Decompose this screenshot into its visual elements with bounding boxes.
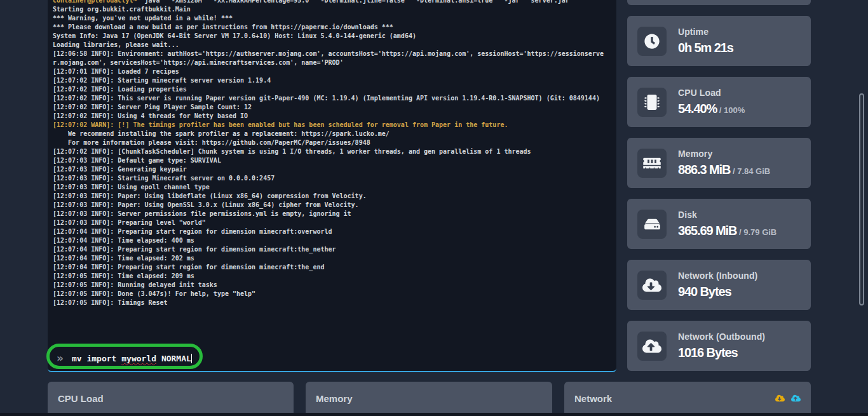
console-line: [12:07:05 INFO]: Timings Reset (53, 299, 611, 307)
command-text-after: NORMAL (156, 354, 191, 363)
console-line-segment: [12:07:03 INFO]: Paper: Using libdeflate… (53, 192, 367, 199)
console-line: We recommend installing the spark profil… (53, 130, 611, 138)
memory-icon (637, 149, 667, 178)
stat-label: Network (Inbound) (678, 270, 757, 281)
stat-suffix: / 9.79 GiB (736, 227, 776, 237)
console-line: [12:07:02 INFO]: Using 4 threads for Net… (53, 112, 611, 121)
stat-suffix: / 7.84 GiB (730, 166, 770, 176)
console-line: [12:07:02 INFO]: Server Ping Player Samp… (53, 103, 611, 112)
console-line: Loading libraries, please wait... (53, 41, 611, 50)
chart-card-network: Network (564, 382, 811, 416)
console-line: [12:07:03 INFO]: Default game type: SURV… (53, 156, 611, 165)
console-line-segment: [12:07:02 INFO]: Using 4 threads for Net… (53, 112, 248, 119)
cloud-upload-icon (791, 394, 801, 402)
console-line: [12:07:02 WARN]: [!] The timings profile… (53, 121, 611, 130)
console-line: [12:07:03 INFO]: Using epoll channel typ… (53, 183, 611, 192)
stat-label: Disk (678, 209, 776, 220)
console-line-segment: We recommend installing the spark profil… (53, 130, 390, 137)
command-text-before: mv import (72, 354, 121, 363)
console-line: [12:07:04 INFO]: Preparing start region … (53, 263, 611, 272)
console-line: Starting org.bukkit.craftbukkit.Main (53, 5, 611, 14)
cloud-download-icon (637, 271, 667, 300)
page-scrollbar-thumb[interactable] (859, 93, 864, 305)
console-line: [12:07:02 INFO]: Starting minecraft serv… (53, 76, 611, 85)
console-line-segment: [12:07:01 INFO]: Loaded 7 recipes (53, 68, 179, 75)
console-line-segment: [12:07:04 INFO]: Preparing start region … (53, 228, 332, 235)
console-line-segment: Starting org.bukkit.craftbukkit.Main (53, 6, 191, 13)
console-line-segment: [12:07:03 INFO]: Server permissions file… (53, 210, 351, 217)
console-line: *** Warning, you've not updated in a whi… (53, 14, 611, 23)
console-line-segment: System Info: Java 17 (OpenJDK 64-Bit Ser… (53, 32, 416, 39)
chart-card-memory: Memory (306, 382, 552, 416)
console-line: [12:07:03 INFO]: Preparing level "world" (53, 218, 611, 227)
console-line: [12:07:03 INFO]: Generating keypair (53, 165, 611, 174)
console-line: [12:07:05 INFO]: Time elapsed: 209 ms (53, 272, 611, 281)
console-line: [12:07:04 INFO]: Preparing start region … (53, 227, 611, 236)
clock-icon (637, 27, 667, 56)
console-line-segment: [12:07:03 INFO]: Default game type: SURV… (53, 157, 221, 164)
console-terminal: container@pterodactyl~ java -Xms128M -XX… (48, 0, 616, 372)
stat-suffix: / 100% (717, 105, 745, 115)
console-line-segment: [12:07:05 INFO]: Done (3.047s)! For help… (53, 290, 255, 297)
command-text: mv import myworld NORMAL (72, 354, 191, 363)
console-line: [12:07:03 INFO]: Server permissions file… (53, 210, 611, 218)
stat-label: CPU Load (678, 87, 745, 98)
stat-value: 940 Bytes (678, 285, 731, 299)
stat-card-partial-top (627, 0, 811, 5)
stat-value: 886.3 MiB (678, 163, 730, 177)
console-line-segment: [12:07:02 INFO]: Server Ping Player Samp… (53, 104, 252, 111)
console-line-segment: For more information please visit: https… (53, 139, 370, 146)
stat-value: 54.40% (678, 102, 717, 116)
console-line-segment: [12:07:04 INFO]: Time elapsed: 202 ms (53, 255, 194, 262)
stat-label: Uptime (678, 26, 733, 37)
console-output[interactable]: container@pterodactyl~ java -Xms128M -XX… (53, 0, 611, 307)
console-line: [12:07:03 INFO]: Starting Minecraft serv… (53, 174, 611, 183)
console-line: *** Please download a new build as per i… (53, 23, 611, 32)
console-line: [12:07:02 INFO]: Loading properties (53, 85, 611, 94)
console-line: r.mojang.com', servicesHost='https://api… (53, 58, 611, 67)
console-line-segment: java -Xms128M -XX:MaxRAMPercentage=95.0 … (145, 0, 569, 4)
console-line-segment: [12:07:02 WARN]: [!] The timings profile… (53, 121, 508, 128)
console-line-segment: [12:07:03 INFO]: Preparing level "world" (53, 219, 206, 226)
console-line: [12:07:03 INFO]: Paper: Using OpenSSL 3.… (53, 201, 611, 210)
console-line-segment: Loading libraries, please wait... (53, 41, 179, 48)
text-cursor (191, 354, 193, 363)
console-line: [12:07:03 INFO]: Paper: Using libdeflate… (53, 192, 611, 201)
console-line-segment: [12:07:03 INFO]: Starting Minecraft serv… (53, 175, 275, 182)
console-line: System Info: Java 17 (OpenJDK 64-Bit Ser… (53, 32, 611, 41)
console-line: For more information please visit: https… (53, 138, 611, 147)
command-text-misspelled: myworld (121, 354, 156, 363)
console-line-segment: [12:07:02 INFO]: Starting minecraft serv… (53, 77, 271, 84)
command-input[interactable]: » mv import myworld NORMAL (48, 346, 616, 371)
screen-bottom-edge (0, 413, 868, 416)
console-line-segment: [12:07:03 INFO]: Paper: Using OpenSSL 3.… (53, 201, 359, 208)
stat-card-cpu: CPU Load 54.40% / 100% (627, 77, 811, 127)
console-line-segment: [12:07:02 INFO]: Loading properties (53, 86, 187, 93)
server-console-page: container@pterodactyl~ java -Xms128M -XX… (0, 0, 868, 416)
console-line: [12:07:01 INFO]: Loaded 7 recipes (53, 67, 611, 76)
console-line: [12:07:05 INFO]: Running delayed init ta… (53, 281, 611, 290)
console-line-segment: [12:07:05 INFO]: Running delayed init ta… (53, 281, 217, 288)
prompt-icon: » (57, 353, 64, 364)
stat-card-disk: Disk 365.69 MiB / 9.79 GiB (627, 199, 811, 249)
console-line: container@pterodactyl~ java -Xms128M -XX… (53, 0, 611, 5)
console-line-segment: [12:07:02 INFO]: [ChunkTaskScheduler] Ch… (53, 148, 531, 155)
stat-value: 365.69 MiB (678, 224, 736, 238)
console-line: [12:07:04 INFO]: Time elapsed: 400 ms (53, 236, 611, 245)
cloud-upload-icon (637, 332, 667, 361)
console-line-segment: [12:07:03 INFO]: Generating keypair (53, 166, 187, 173)
console-line-segment: [12:07:04 INFO]: Preparing start region … (53, 246, 336, 253)
stat-card-memory: Memory 886.3 MiB / 7.84 GiB (627, 138, 811, 188)
console-line-segment: [12:07:02 INFO]: This server is running … (53, 95, 600, 102)
microchip-icon (637, 88, 667, 117)
console-line: [12:07:04 INFO]: Time elapsed: 202 ms (53, 254, 611, 263)
console-line: [12:07:02 INFO]: This server is running … (53, 94, 611, 103)
stat-label: Memory (678, 148, 770, 159)
hdd-icon (637, 210, 667, 239)
console-line-segment: container@pterodactyl~ (53, 0, 145, 4)
console-line-segment: [12:07:04 INFO]: Time elapsed: 400 ms (53, 237, 194, 244)
console-line-segment: *** Warning, you've not updated in a whi… (53, 15, 233, 22)
chart-title: CPU Load (58, 393, 104, 405)
stat-card-uptime: Uptime 0h 5m 21s (627, 16, 811, 66)
stat-value: 1016 Bytes (678, 346, 738, 359)
